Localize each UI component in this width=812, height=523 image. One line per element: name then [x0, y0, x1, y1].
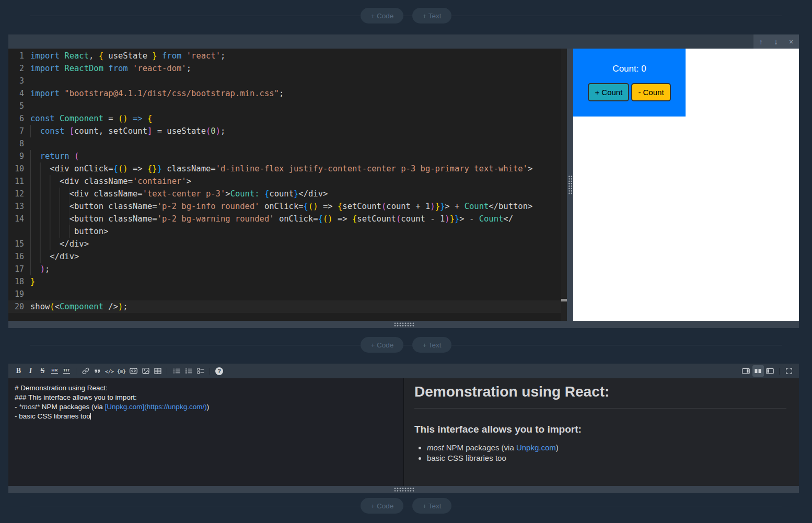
- blockquote-button[interactable]: [92, 365, 103, 377]
- list-item: most NPM packages (via Unpkg.com): [427, 443, 786, 453]
- line-number: 7: [8, 125, 30, 137]
- split-view-icon: [753, 367, 762, 376]
- code-line: 13 <button className='p-2 bg-info rounde…: [8, 200, 567, 213]
- line-number: 10: [8, 162, 30, 175]
- increment-count-button[interactable]: + Count: [588, 83, 629, 101]
- strikethrough-icon: S: [41, 367, 45, 375]
- strikethrough-button[interactable]: S: [37, 365, 49, 377]
- blockquote-icon: [94, 367, 101, 375]
- code-line: 19: [8, 288, 567, 300]
- line-number: 5: [8, 100, 30, 112]
- bold-icon: B: [16, 367, 21, 375]
- line-number: 11: [8, 175, 30, 188]
- cell-resize-handle[interactable]: [8, 321, 799, 328]
- editor-only-view-icon: [741, 367, 750, 376]
- ordered-list-icon: [184, 367, 193, 375]
- link-button[interactable]: [80, 365, 91, 377]
- preview-list: most NPM packages (via Unpkg.com)basic C…: [414, 443, 786, 463]
- horizontal-rule-icon: HR: [51, 368, 57, 374]
- markdown-preview: Demonstration using React: This interfac…: [404, 378, 799, 486]
- code-line: 18}: [8, 275, 567, 288]
- line-number: [8, 225, 30, 238]
- line-number: 12: [8, 188, 30, 200]
- line-number: 16: [8, 250, 30, 263]
- code-line: 6const Component = () => {: [8, 112, 567, 125]
- task-list-button[interactable]: [195, 365, 206, 377]
- line-number: 20: [8, 300, 30, 313]
- help-button[interactable]: ?: [214, 365, 225, 377]
- split-view-button[interactable]: [752, 365, 764, 377]
- line-number: 1: [8, 50, 30, 62]
- code-block-icon: {≡}: [117, 368, 126, 374]
- editor-only-view-button[interactable]: [740, 365, 752, 377]
- scrollbar-thumb[interactable]: [561, 299, 567, 301]
- code-line: 16 </div>: [8, 250, 567, 263]
- line-number: 14: [8, 213, 30, 225]
- unordered-list-button[interactable]: [171, 365, 182, 377]
- list-item: basic CSS libraries too: [427, 453, 786, 463]
- image-button[interactable]: [140, 365, 152, 377]
- add-text-button[interactable]: + Text: [412, 337, 451, 353]
- divider-line: [30, 345, 361, 345]
- code-line: 11 <div className='container'>: [8, 175, 567, 188]
- markdown-cell: B I S HR TIT </> {≡}: [8, 364, 799, 493]
- preview-heading-3: This interface allows you to import:: [414, 424, 786, 435]
- cell-resize-handle[interactable]: [8, 486, 799, 493]
- code-block-button[interactable]: {≡}: [116, 365, 127, 377]
- table-button[interactable]: [152, 365, 164, 377]
- help-icon: ?: [215, 367, 223, 375]
- preview-only-view-button[interactable]: [764, 365, 776, 377]
- widget-icon: [129, 367, 138, 376]
- code-cell: ↑ ↓ × 1import React, { useState } from '…: [8, 34, 799, 328]
- add-text-button[interactable]: + Text: [412, 8, 451, 24]
- markdown-source-line: - *most* NPM packages (via [Unpkg.com](h…: [15, 402, 397, 412]
- insert-row-bottom: + Code + Text: [30, 498, 782, 514]
- ordered-list-button[interactable]: [183, 365, 194, 377]
- add-text-button[interactable]: + Text: [412, 498, 451, 514]
- editor-scrollbar[interactable]: [561, 49, 567, 321]
- inline-code-button[interactable]: </>: [104, 365, 115, 377]
- fullscreen-button[interactable]: [783, 365, 795, 377]
- image-icon: [142, 367, 150, 375]
- move-cell-down-icon[interactable]: ↓: [773, 38, 779, 45]
- add-code-button[interactable]: + Code: [361, 498, 403, 514]
- line-number: 2: [8, 62, 30, 75]
- line-number: 13: [8, 200, 30, 213]
- code-line: 15 </div>: [8, 238, 567, 250]
- code-line: button>: [8, 225, 567, 238]
- inline-code-icon: </>: [105, 368, 114, 374]
- link-icon: [82, 367, 90, 375]
- code-editor[interactable]: 1import React, { useState } from 'react'…: [8, 49, 567, 321]
- cell-controls: ↑ ↓ ×: [753, 34, 799, 49]
- toolbar-separator: [779, 368, 780, 375]
- count-label: Count: 0: [582, 57, 677, 83]
- italic-button[interactable]: I: [25, 365, 37, 377]
- move-cell-up-icon[interactable]: ↑: [758, 38, 764, 45]
- markdown-toolbar: B I S HR TIT </> {≡}: [8, 364, 799, 378]
- add-code-button[interactable]: + Code: [361, 337, 403, 353]
- add-code-button[interactable]: + Code: [361, 8, 403, 24]
- divider-line: [403, 345, 412, 345]
- editor-preview-resize-handle[interactable]: [567, 49, 573, 321]
- fullscreen-icon: [785, 367, 793, 375]
- output-preview: Count: 0 + Count - Count: [573, 49, 799, 321]
- decrement-count-button[interactable]: - Count: [631, 83, 670, 101]
- close-icon[interactable]: ×: [788, 38, 794, 45]
- code-line: 20show(<Component />);: [8, 300, 567, 313]
- bold-button[interactable]: B: [13, 365, 25, 377]
- code-line: 5: [8, 100, 567, 112]
- markdown-source-editor[interactable]: # Demonstration using React:### This int…: [8, 378, 404, 486]
- code-line: 4import "bootstrap@4.1.1/dist/css/bootst…: [8, 87, 567, 100]
- line-number: 9: [8, 150, 30, 162]
- divider-line: [30, 506, 361, 506]
- line-number: 8: [8, 137, 30, 150]
- title-button[interactable]: TIT: [61, 365, 73, 377]
- code-line: 8: [8, 137, 567, 150]
- code-line: 2import ReactDom from 'react-dom';: [8, 62, 567, 75]
- italic-icon: I: [29, 367, 32, 375]
- line-number: 3: [8, 75, 30, 87]
- widget-button[interactable]: [128, 365, 140, 377]
- divider-line: [403, 506, 412, 506]
- horizontal-rule-button[interactable]: HR: [49, 365, 61, 377]
- unpkg-link[interactable]: Unpkg.com: [516, 443, 556, 452]
